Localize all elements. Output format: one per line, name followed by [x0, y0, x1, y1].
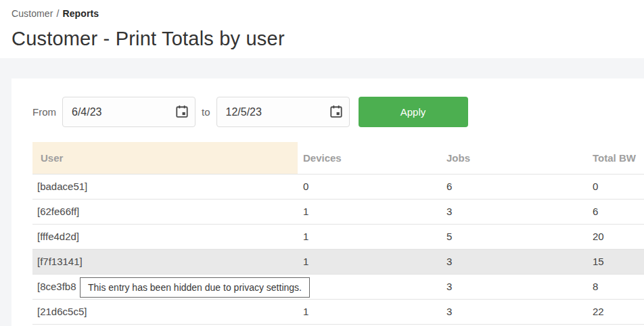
- calendar-icon: [329, 104, 344, 119]
- cell-devices: 1: [298, 299, 441, 324]
- cell-user: [badace51]: [32, 174, 298, 199]
- table-row[interactable]: [badace51]060: [32, 174, 644, 199]
- column-header-jobs[interactable]: Jobs: [441, 142, 587, 174]
- privacy-tooltip: This entry has been hidden due to privac…: [80, 277, 310, 298]
- cell-devices: 1: [298, 224, 441, 249]
- cell-jobs: 5: [441, 224, 587, 249]
- cell-total-bw: 0: [587, 174, 644, 199]
- cell-total-bw: 15: [587, 249, 644, 274]
- cell-jobs: 3: [441, 274, 587, 299]
- cell-jobs: 3: [441, 199, 587, 224]
- table-header-row: User Devices Jobs Total BW: [32, 142, 644, 174]
- table-row[interactable]: [62fe66ff]136: [32, 199, 644, 224]
- breadcrumb: Customer/Reports: [12, 8, 633, 19]
- cell-total-bw: 20: [587, 224, 644, 249]
- breadcrumb-reports: Reports: [62, 8, 99, 19]
- table-row[interactable]: [f7f13141]1315: [32, 249, 644, 274]
- cell-devices: 0: [298, 174, 441, 199]
- cell-jobs: 6: [441, 174, 587, 199]
- table-row[interactable]: [21d6c5c5]1322: [32, 299, 644, 324]
- page-title: Customer - Print Totals by user: [12, 28, 633, 50]
- cell-user: [fffe4d2d]: [32, 224, 298, 249]
- date-filter-bar: From to: [32, 97, 644, 127]
- breadcrumb-separator: /: [56, 8, 59, 19]
- calendar-icon: [175, 104, 189, 119]
- from-calendar-button[interactable]: [175, 104, 189, 119]
- cell-user: [f7f13141]: [32, 249, 298, 274]
- breadcrumb-customer[interactable]: Customer: [12, 8, 53, 19]
- from-label: From: [32, 106, 56, 118]
- table-body: [badace51]060[62fe66ff]136[fffe4d2d]1520…: [32, 174, 644, 324]
- cell-devices: 1: [298, 199, 441, 224]
- cell-jobs: 3: [441, 299, 587, 324]
- cell-total-bw: 8: [587, 274, 644, 299]
- table-row[interactable]: [fffe4d2d]1520: [32, 224, 644, 249]
- to-calendar-button[interactable]: [329, 104, 344, 119]
- page-header: Customer/Reports Customer - Print Totals…: [0, 0, 644, 58]
- column-header-devices[interactable]: Devices: [298, 142, 441, 174]
- from-date-field: [62, 97, 196, 127]
- cell-devices: [298, 274, 441, 299]
- column-header-user[interactable]: User: [32, 142, 298, 174]
- to-date-field: [216, 97, 350, 127]
- to-label: to: [202, 106, 210, 118]
- cell-total-bw: 6: [587, 199, 644, 224]
- cell-jobs: 3: [441, 249, 587, 274]
- cell-total-bw: 22: [587, 299, 644, 324]
- cell-devices: 1: [298, 249, 441, 274]
- cell-user: [62fe66ff]: [32, 199, 298, 224]
- column-header-total-bw[interactable]: Total BW: [587, 142, 644, 174]
- apply-button[interactable]: Apply: [359, 97, 468, 127]
- cell-user: [21d6c5c5]: [32, 299, 298, 324]
